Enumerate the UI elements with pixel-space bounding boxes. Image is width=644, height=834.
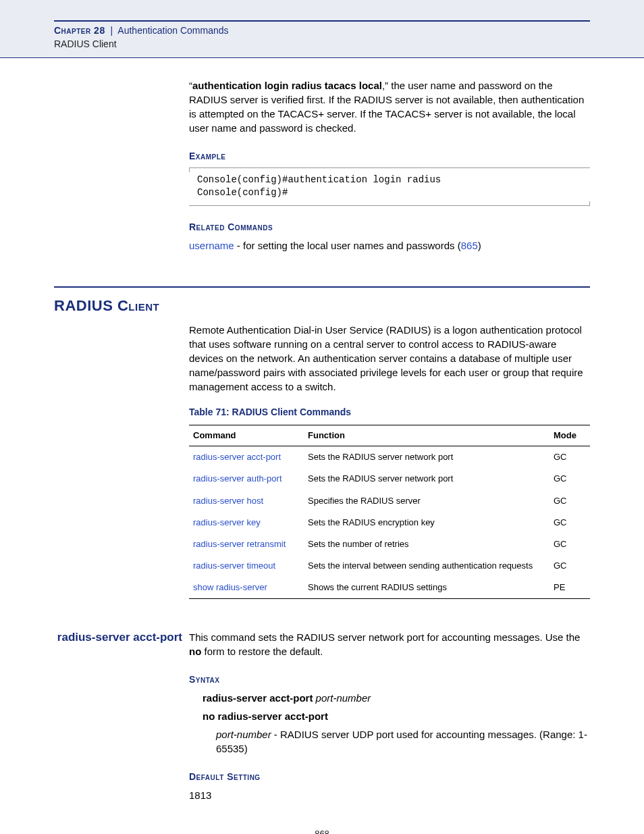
th-function: Function bbox=[304, 425, 549, 446]
table-row: radius-server host Specifies the RADIUS … bbox=[189, 490, 590, 512]
intro-command-bold: authentication login radius tacacs local bbox=[192, 80, 382, 91]
chapter-label: Chapter 28 bbox=[54, 25, 105, 36]
table-row: show radius-server Shows the current RAD… bbox=[189, 577, 590, 599]
cmd-link[interactable]: radius-server retransmit bbox=[193, 539, 286, 549]
table-row: radius-server retransmit Sets the number… bbox=[189, 533, 590, 555]
cell-function: Sets the interval between sending authen… bbox=[304, 555, 549, 577]
cell-function: Sets the RADIUS encryption key bbox=[304, 512, 549, 533]
header-line-2: RADIUS Client bbox=[54, 38, 590, 51]
command-entry: radius-server acct-port This command set… bbox=[54, 630, 590, 802]
table-body: radius-server acct-port Sets the RADIUS … bbox=[189, 446, 590, 599]
table-header-row: Command Function Mode bbox=[189, 425, 590, 446]
table-caption: Table 71: RADIUS Client Commands bbox=[189, 406, 590, 419]
cell-mode: GC bbox=[549, 555, 590, 577]
table-row: radius-server key Sets the RADIUS encryp… bbox=[189, 512, 590, 533]
radius-commands-table: Command Function Mode radius-server acct… bbox=[189, 425, 590, 600]
command-description: This command sets the RADIUS server netw… bbox=[189, 630, 590, 658]
section-content: Remote Authentication Dial-in User Servi… bbox=[189, 323, 590, 599]
cell-command: radius-server key bbox=[189, 512, 304, 533]
cmd-desc-bold: no bbox=[189, 646, 201, 657]
cell-command: radius-server host bbox=[189, 490, 304, 512]
page-header: Chapter 28 | Authentication Commands RAD… bbox=[0, 0, 644, 58]
page-number: – 868 – bbox=[54, 828, 590, 834]
cmd-desc-pre: This command sets the RADIUS server netw… bbox=[189, 631, 580, 643]
cmd-link[interactable]: radius-server acct-port bbox=[193, 452, 281, 462]
table-row: radius-server acct-port Sets the RADIUS … bbox=[189, 446, 590, 469]
cell-mode: GC bbox=[549, 490, 590, 512]
cell-function: Sets the RADIUS server network port bbox=[304, 446, 549, 469]
syntax-no-form: no radius-server acct-port bbox=[203, 710, 328, 722]
header-line-1: Chapter 28 | Authentication Commands bbox=[54, 24, 590, 38]
cell-mode: PE bbox=[549, 577, 590, 599]
related-text: - for setting the local user names and p… bbox=[234, 240, 461, 251]
th-mode: Mode bbox=[549, 425, 590, 446]
cell-function: Shows the current RADIUS settings bbox=[304, 577, 549, 599]
cmd-link[interactable]: radius-server timeout bbox=[193, 561, 275, 571]
related-commands-label: Related Commands bbox=[189, 221, 590, 234]
cmd-link[interactable]: radius-server host bbox=[193, 496, 263, 506]
cell-function: Sets the number of retries bbox=[304, 533, 549, 555]
header-rule bbox=[54, 20, 590, 22]
header-separator: | bbox=[111, 25, 113, 36]
command-name: radius-server acct-port bbox=[54, 630, 189, 802]
param-name: port-number bbox=[216, 729, 271, 740]
example-label: Example bbox=[189, 150, 590, 163]
default-setting-label: Default Setting bbox=[189, 771, 590, 784]
cell-mode: GC bbox=[549, 446, 590, 469]
cmd-link[interactable]: radius-server auth-port bbox=[193, 473, 282, 484]
syntax-ital: port-number bbox=[316, 692, 371, 704]
cell-command: radius-server acct-port bbox=[189, 446, 304, 469]
intro-text: “authentication login radius tacacs loca… bbox=[189, 78, 590, 135]
chapter-title: Authentication Commands bbox=[117, 25, 228, 36]
syntax-param-desc: port-number - RADIUS server UDP port use… bbox=[216, 727, 590, 756]
section-paragraph: Remote Authentication Dial-in User Servi… bbox=[189, 323, 590, 394]
example-code-block: Console(config)#authentication login rad… bbox=[189, 167, 590, 206]
page-body: “authentication login radius tacacs loca… bbox=[0, 58, 644, 834]
intro-paragraph: “authentication login radius tacacs loca… bbox=[189, 78, 590, 252]
syntax-line-2: no radius-server acct-port bbox=[203, 709, 590, 723]
th-command: Command bbox=[189, 425, 304, 446]
cell-command: radius-server timeout bbox=[189, 555, 304, 577]
section-rule bbox=[54, 286, 590, 288]
syntax-label: Syntax bbox=[189, 673, 590, 687]
related-pageref[interactable]: 865 bbox=[461, 240, 478, 251]
cell-command: radius-server auth-port bbox=[189, 468, 304, 490]
cell-mode: GC bbox=[549, 512, 590, 533]
related-link-username[interactable]: username bbox=[189, 240, 234, 251]
cmd-link[interactable]: radius-server key bbox=[193, 517, 261, 527]
default-setting-value: 1813 bbox=[189, 788, 590, 802]
param-desc-text: - RADIUS server UDP port used for accoun… bbox=[216, 729, 587, 754]
related-close: ) bbox=[478, 240, 481, 251]
table-row: radius-server auth-port Sets the RADIUS … bbox=[189, 468, 590, 490]
cell-command: show radius-server bbox=[189, 577, 304, 599]
cell-mode: GC bbox=[549, 468, 590, 490]
section-heading: RADIUS Client bbox=[54, 296, 590, 317]
syntax-line-1: radius-server acct-port port-number bbox=[203, 691, 590, 705]
cmd-link[interactable]: show radius-server bbox=[193, 582, 267, 592]
cell-command: radius-server retransmit bbox=[189, 533, 304, 555]
cell-function: Sets the RADIUS server network port bbox=[304, 468, 549, 490]
table-row: radius-server timeout Sets the interval … bbox=[189, 555, 590, 577]
cell-function: Specifies the RADIUS server bbox=[304, 490, 549, 512]
syntax-bold: radius-server acct-port bbox=[203, 692, 316, 704]
cell-mode: GC bbox=[549, 533, 590, 555]
related-commands-text: username - for setting the local user na… bbox=[189, 238, 590, 253]
cmd-desc-post: form to restore the default. bbox=[201, 646, 323, 657]
command-body: This command sets the RADIUS server netw… bbox=[189, 630, 590, 802]
